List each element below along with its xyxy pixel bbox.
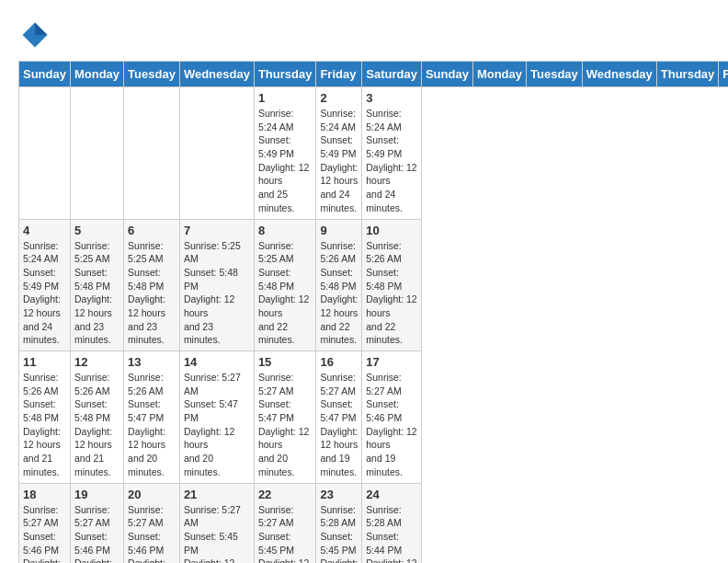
calendar-week-4: 18Sunrise: 5:27 AMSunset: 5:46 PMDayligh… [19, 483, 729, 563]
calendar-cell: 2Sunrise: 5:24 AMSunset: 5:49 PMDaylight… [316, 87, 362, 220]
header-day-tuesday: Tuesday [527, 62, 583, 87]
day-info: Sunrise: 5:24 AMSunset: 5:49 PMDaylight:… [23, 239, 66, 348]
calendar-table: SundayMondayTuesdayWednesdayThursdayFrid… [18, 61, 728, 563]
day-number: 16 [320, 355, 358, 369]
day-info: Sunrise: 5:27 AMSunset: 5:47 PMDaylight:… [320, 371, 358, 479]
header-day-monday: Monday [472, 62, 526, 87]
day-info: Sunrise: 5:28 AMSunset: 5:44 PMDaylight:… [366, 503, 417, 564]
day-number: 22 [258, 488, 313, 501]
day-number: 10 [366, 224, 417, 237]
svg-marker-1 [35, 23, 48, 36]
calendar-cell [19, 87, 71, 220]
calendar-cell: 12Sunrise: 5:26 AMSunset: 5:48 PMDayligh… [70, 351, 123, 484]
day-info: Sunrise: 5:27 AMSunset: 5:46 PMDaylight:… [23, 503, 66, 564]
day-info: Sunrise: 5:27 AMSunset: 5:46 PMDaylight:… [128, 503, 176, 564]
day-number: 17 [366, 355, 417, 369]
header-day-tuesday: Tuesday [124, 62, 180, 87]
day-number: 19 [74, 488, 119, 501]
calendar-cell: 13Sunrise: 5:26 AMSunset: 5:47 PMDayligh… [124, 351, 180, 484]
day-number: 24 [366, 488, 417, 501]
calendar-cell: 5Sunrise: 5:25 AMSunset: 5:48 PMDaylight… [70, 219, 123, 351]
calendar-cell: 20Sunrise: 5:27 AMSunset: 5:46 PMDayligh… [124, 483, 180, 563]
day-number: 5 [74, 224, 119, 237]
day-info: Sunrise: 5:24 AMSunset: 5:49 PMDaylight:… [320, 107, 358, 215]
day-number: 4 [23, 224, 66, 237]
day-number: 13 [128, 355, 176, 369]
day-number: 12 [74, 355, 119, 369]
logo [18, 18, 55, 52]
calendar-week-3: 11Sunrise: 5:26 AMSunset: 5:48 PMDayligh… [19, 351, 729, 484]
day-info: Sunrise: 5:25 AMSunset: 5:48 PMDaylight:… [184, 239, 250, 348]
calendar-cell: 15Sunrise: 5:27 AMSunset: 5:47 PMDayligh… [254, 351, 316, 484]
calendar-cell: 10Sunrise: 5:26 AMSunset: 5:48 PMDayligh… [362, 219, 422, 351]
day-number: 23 [320, 488, 358, 501]
day-number: 21 [184, 488, 250, 501]
calendar-cell: 16Sunrise: 5:27 AMSunset: 5:47 PMDayligh… [316, 351, 362, 484]
day-info: Sunrise: 5:27 AMSunset: 5:47 PMDaylight:… [258, 371, 313, 479]
day-info: Sunrise: 5:27 AMSunset: 5:46 PMDaylight:… [74, 503, 119, 564]
day-info: Sunrise: 5:27 AMSunset: 5:45 PMDaylight:… [258, 503, 313, 564]
calendar-cell: 19Sunrise: 5:27 AMSunset: 5:46 PMDayligh… [70, 483, 123, 563]
day-number: 14 [184, 355, 250, 369]
day-info: Sunrise: 5:26 AMSunset: 5:48 PMDaylight:… [23, 371, 66, 479]
calendar-cell: 9Sunrise: 5:26 AMSunset: 5:48 PMDaylight… [316, 219, 362, 351]
header-day-wednesday: Wednesday [179, 62, 254, 87]
header-day-monday: Monday [70, 62, 123, 87]
day-number: 8 [258, 224, 313, 237]
day-info: Sunrise: 5:25 AMSunset: 5:48 PMDaylight:… [128, 239, 176, 348]
day-number: 15 [258, 355, 313, 369]
day-info: Sunrise: 5:26 AMSunset: 5:48 PMDaylight:… [74, 371, 119, 479]
calendar-cell [70, 87, 123, 220]
day-number: 11 [23, 355, 66, 369]
calendar-cell: 21Sunrise: 5:27 AMSunset: 5:45 PMDayligh… [179, 483, 254, 563]
header-day-friday: Friday [719, 62, 728, 87]
header-day-sunday: Sunday [19, 62, 71, 87]
calendar-week-1: 1Sunrise: 5:24 AMSunset: 5:49 PMDaylight… [19, 87, 729, 220]
header-day-saturday: Saturday [362, 62, 422, 87]
day-info: Sunrise: 5:25 AMSunset: 5:48 PMDaylight:… [74, 239, 119, 348]
day-info: Sunrise: 5:27 AMSunset: 5:46 PMDaylight:… [366, 371, 417, 479]
day-info: Sunrise: 5:27 AMSunset: 5:45 PMDaylight:… [184, 503, 250, 564]
day-info: Sunrise: 5:24 AMSunset: 5:49 PMDaylight:… [258, 107, 313, 215]
header-day-wednesday: Wednesday [582, 62, 656, 87]
day-number: 20 [128, 488, 176, 501]
page-header [18, 18, 710, 52]
calendar-cell [179, 87, 254, 220]
header-day-thursday: Thursday [254, 62, 316, 87]
calendar-cell: 24Sunrise: 5:28 AMSunset: 5:44 PMDayligh… [362, 483, 422, 563]
day-info: Sunrise: 5:26 AMSunset: 5:48 PMDaylight:… [366, 239, 417, 348]
day-info: Sunrise: 5:26 AMSunset: 5:48 PMDaylight:… [320, 239, 358, 348]
calendar-cell: 3Sunrise: 5:24 AMSunset: 5:49 PMDaylight… [362, 87, 422, 220]
day-number: 9 [320, 224, 358, 237]
day-info: Sunrise: 5:28 AMSunset: 5:45 PMDaylight:… [320, 503, 358, 564]
calendar-cell: 17Sunrise: 5:27 AMSunset: 5:46 PMDayligh… [362, 351, 422, 484]
calendar-cell: 14Sunrise: 5:27 AMSunset: 5:47 PMDayligh… [179, 351, 254, 484]
calendar-cell: 6Sunrise: 5:25 AMSunset: 5:48 PMDaylight… [124, 219, 180, 351]
calendar-cell: 1Sunrise: 5:24 AMSunset: 5:49 PMDaylight… [254, 87, 316, 220]
day-number: 3 [366, 91, 417, 105]
day-number: 6 [128, 224, 176, 237]
calendar-cell: 8Sunrise: 5:25 AMSunset: 5:48 PMDaylight… [254, 219, 316, 351]
calendar-cell: 4Sunrise: 5:24 AMSunset: 5:49 PMDaylight… [19, 219, 71, 351]
calendar-cell: 7Sunrise: 5:25 AMSunset: 5:48 PMDaylight… [179, 219, 254, 351]
calendar-cell: 18Sunrise: 5:27 AMSunset: 5:46 PMDayligh… [19, 483, 71, 563]
header-day-thursday: Thursday [656, 62, 719, 87]
day-info: Sunrise: 5:26 AMSunset: 5:47 PMDaylight:… [128, 371, 176, 479]
day-number: 18 [23, 488, 66, 501]
calendar-header-row: SundayMondayTuesdayWednesdayThursdayFrid… [19, 62, 729, 87]
day-info: Sunrise: 5:24 AMSunset: 5:49 PMDaylight:… [366, 107, 417, 215]
calendar-week-2: 4Sunrise: 5:24 AMSunset: 5:49 PMDaylight… [19, 219, 729, 351]
day-info: Sunrise: 5:25 AMSunset: 5:48 PMDaylight:… [258, 239, 313, 348]
header-day-sunday: Sunday [421, 62, 472, 87]
calendar-cell [124, 87, 180, 220]
calendar-cell: 23Sunrise: 5:28 AMSunset: 5:45 PMDayligh… [316, 483, 362, 563]
calendar-cell: 11Sunrise: 5:26 AMSunset: 5:48 PMDayligh… [19, 351, 71, 484]
day-number: 1 [258, 91, 313, 105]
day-number: 7 [184, 224, 250, 237]
day-number: 2 [320, 91, 358, 105]
calendar-cell: 22Sunrise: 5:27 AMSunset: 5:45 PMDayligh… [254, 483, 316, 563]
logo-icon [18, 18, 51, 52]
day-info: Sunrise: 5:27 AMSunset: 5:47 PMDaylight:… [184, 371, 250, 479]
header-day-friday: Friday [316, 62, 362, 87]
